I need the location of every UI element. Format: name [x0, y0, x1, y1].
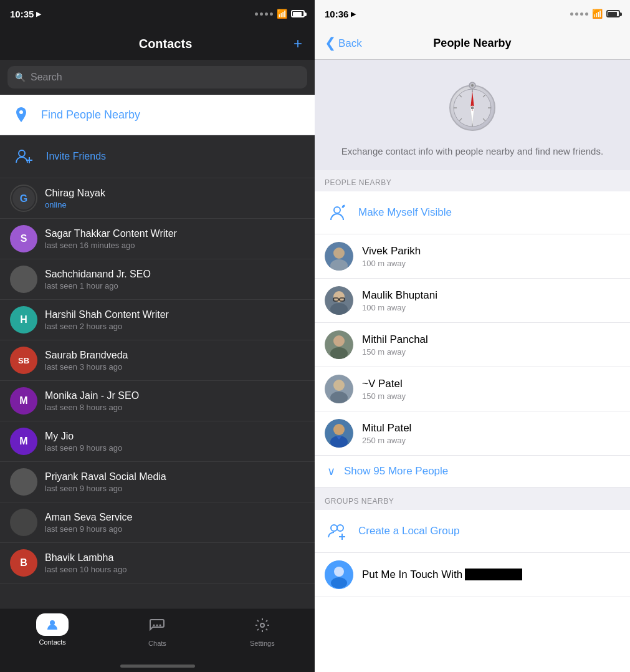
- people-nearby-section-header: PEOPLE NEARBY: [315, 170, 630, 191]
- home-bar-left: [120, 665, 195, 668]
- nearby-person-row[interactable]: Mithil Panchal 150 m away: [315, 323, 630, 367]
- svg-point-45: [333, 424, 345, 435]
- contact-name: Aman Seva Service: [45, 512, 305, 523]
- put-me-name: Put Me In Touch With Ahmedabad: [362, 569, 620, 581]
- nearby-person-row[interactable]: Vivek Parikh 100 m away: [315, 234, 630, 279]
- svg-point-9: [260, 623, 264, 627]
- svg-point-22: [470, 106, 474, 110]
- tab-chats-label: Chats: [148, 640, 166, 647]
- add-contact-button[interactable]: +: [294, 35, 302, 52]
- wifi-icon-right: 📶: [592, 9, 603, 19]
- nearby-person-avatar: [325, 242, 353, 271]
- svg-text:G: G: [20, 193, 27, 204]
- tab-settings[interactable]: Settings: [237, 613, 287, 647]
- contact-row[interactable]: G Chirag Nayak online: [0, 178, 315, 219]
- header-right: ❮ Back People Nearby: [315, 27, 630, 60]
- make-myself-visible-label: Make Myself Visible: [358, 206, 452, 219]
- nearby-person-avatar: [325, 286, 353, 315]
- back-button[interactable]: ❮ Back: [325, 36, 362, 51]
- search-placeholder-left: Search: [31, 72, 62, 83]
- battery-right: [606, 10, 620, 17]
- settings-tab-icon-wrap: [246, 613, 279, 637]
- avatar: M: [10, 428, 37, 455]
- invite-friends-row[interactable]: Invite Friends: [0, 135, 315, 178]
- contact-row[interactable]: Sachchidanand Jr. SEO last seen 1 hour a…: [0, 259, 315, 300]
- contact-name: Harshil Shah Content Writer: [45, 309, 305, 320]
- contact-row[interactable]: SB Saurab Brandveda last seen 3 hours ag…: [0, 340, 315, 381]
- contact-status: last seen 9 hours ago: [45, 524, 305, 534]
- contact-row[interactable]: Aman Seva Service last seen 9 hours ago: [0, 502, 315, 543]
- tab-contacts-label: Contacts: [39, 638, 65, 646]
- put-me-info: Put Me In Touch With Ahmedabad: [362, 569, 620, 581]
- compass-icon: [444, 79, 500, 135]
- contact-info: Monika Jain - Jr SEO last seen 8 hours a…: [45, 390, 305, 412]
- home-indicator-left: [0, 660, 315, 672]
- svg-point-30: [333, 247, 345, 259]
- status-bar-right: 10:36 ▶ 📶: [315, 0, 630, 27]
- contact-name: Bhavik Lambha: [45, 552, 305, 564]
- svg-point-6: [153, 625, 155, 626]
- invite-friends-icon: [10, 143, 37, 170]
- back-chevron-icon: ❮: [325, 35, 336, 51]
- location-icon-right: ▶: [351, 10, 356, 18]
- contact-row[interactable]: B Bhavik Lambha last seen 10 hours ago: [0, 543, 315, 583]
- avatar: S: [10, 225, 37, 252]
- contact-status: last seen 3 hours ago: [45, 362, 305, 372]
- contact-row[interactable]: M My Jio last seen 9 hours ago: [0, 421, 315, 462]
- nearby-person-row[interactable]: ~V Patel 150 m away: [315, 367, 630, 411]
- find-people-nearby-row[interactable]: Find People Nearby: [0, 95, 315, 135]
- show-more-people-row[interactable]: ∨ Show 95 More People: [315, 456, 630, 487]
- svg-point-24: [471, 84, 474, 87]
- contact-info: Aman Seva Service last seen 9 hours ago: [45, 512, 305, 534]
- back-label: Back: [338, 37, 362, 50]
- avatar: G: [10, 185, 37, 212]
- contact-name: Chirag Nayak: [45, 188, 305, 199]
- location-pin-icon: [10, 103, 32, 126]
- nearby-person-row[interactable]: Mitul Patel 250 m away: [315, 411, 630, 456]
- chevron-down-icon: ∨: [327, 464, 335, 478]
- svg-point-42: [333, 380, 345, 391]
- put-me-avatar: [325, 560, 353, 589]
- tab-chats[interactable]: Chats: [132, 613, 182, 647]
- contact-row[interactable]: Priyank Raval Social Media last seen 9 h…: [0, 462, 315, 502]
- contact-status: last seen 1 hour ago: [45, 281, 305, 290]
- svg-point-8: [160, 625, 161, 626]
- show-more-label: Show 95 More People: [344, 465, 448, 478]
- create-group-icon: [325, 519, 350, 544]
- groups-nearby-section-label: GROUPS NEARBY: [325, 497, 394, 506]
- find-nearby-label: Find People Nearby: [41, 108, 140, 122]
- put-me-in-touch-row[interactable]: Put Me In Touch With Ahmedabad: [315, 553, 630, 597]
- contact-status: last seen 9 hours ago: [45, 484, 305, 493]
- location-icon-left: ▶: [36, 10, 41, 18]
- signal-dots-right: [570, 12, 588, 16]
- contact-row[interactable]: H Harshil Shah Content Writer last seen …: [0, 300, 315, 340]
- contacts-title: Contacts: [37, 37, 294, 51]
- nearby-person-row[interactable]: Maulik Bhuptani 100 m away: [315, 279, 630, 323]
- nearby-list: Make Myself Visible Vivek Parikh 100 m a…: [315, 191, 630, 672]
- nearby-person-avatar: [325, 330, 353, 359]
- contact-info: Harshil Shah Content Writer last seen 2 …: [45, 309, 305, 331]
- contact-row[interactable]: M Monika Jain - Jr SEO last seen 8 hours…: [0, 381, 315, 421]
- signal-dots-left: [255, 12, 273, 16]
- contact-name: Priyank Raval Social Media: [45, 471, 305, 482]
- nearby-person-name: Mitul Patel: [362, 422, 620, 434]
- contact-info: Sachchidanand Jr. SEO last seen 1 hour a…: [45, 269, 305, 290]
- nearby-person-distance: 100 m away: [362, 303, 620, 312]
- svg-point-49: [337, 525, 343, 531]
- contact-row[interactable]: S Sagar Thakkar Content Writer last seen…: [0, 219, 315, 259]
- nearby-person-info: Mithil Panchal 150 m away: [362, 334, 620, 357]
- tab-contacts[interactable]: Contacts: [27, 613, 77, 646]
- make-myself-visible-row[interactable]: Make Myself Visible: [315, 191, 630, 234]
- tab-settings-label: Settings: [250, 640, 275, 647]
- create-local-group-row[interactable]: Create a Local Group: [315, 510, 630, 553]
- avatar: M: [10, 387, 37, 415]
- nearby-person-name: Mithil Panchal: [362, 334, 620, 346]
- search-bar[interactable]: 🔍 Search: [7, 66, 307, 89]
- contact-status: last seen 10 hours ago: [45, 565, 305, 574]
- svg-point-5: [50, 620, 55, 625]
- avatar: H: [10, 306, 37, 334]
- nearby-person-name: ~V Patel: [362, 378, 620, 390]
- contact-name: Saurab Brandveda: [45, 350, 305, 361]
- contact-info: My Jio last seen 9 hours ago: [45, 431, 305, 453]
- people-nearby-title: People Nearby: [362, 37, 583, 50]
